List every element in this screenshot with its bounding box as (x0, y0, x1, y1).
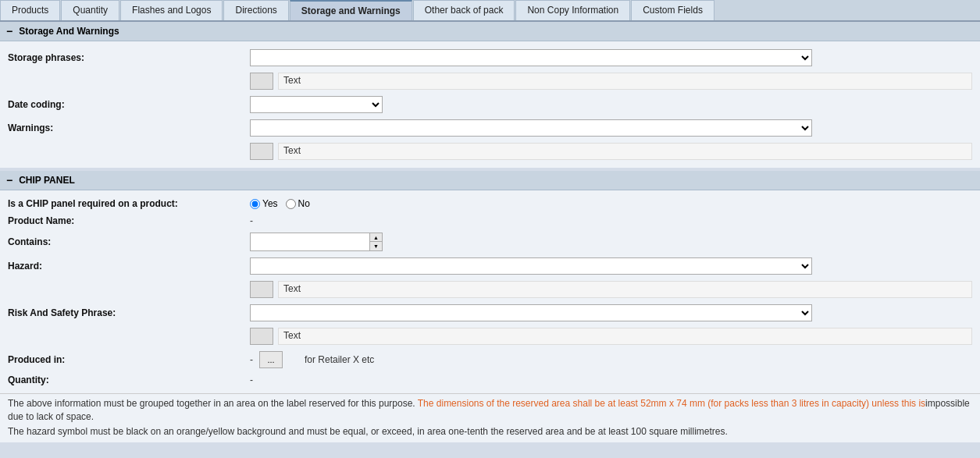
produced-in-wrap: - ... for Retailer X etc (250, 351, 972, 368)
chip-form-inner: Is a CHIP panel required on a product: Y… (0, 190, 980, 393)
product-name-label: Product Name: (8, 215, 250, 226)
risk-text-button[interactable] (250, 328, 273, 345)
hazard-text-display: Text (278, 281, 972, 298)
storage-phrases-label: Storage phrases: (8, 52, 250, 63)
quantity-row: Quantity: - (8, 371, 972, 389)
risk-select[interactable] (250, 304, 812, 321)
hazard-row: Hazard: (8, 254, 972, 278)
warnings-select-wrap (250, 119, 812, 137)
quantity-value: - (250, 375, 253, 385)
tab-non-copy[interactable]: Non Copy Information (515, 0, 630, 20)
hazard-select[interactable] (250, 257, 812, 275)
date-coding-control (250, 96, 972, 113)
footer-line2: The hazard symbol must be black on an or… (8, 425, 972, 438)
tab-flashes-logos[interactable]: Flashes and Logos (120, 0, 223, 20)
storage-phrases-select-wrap (250, 49, 812, 66)
produced-in-dash: - (250, 354, 253, 365)
for-retailer-text: for Retailer X etc (305, 354, 374, 365)
date-coding-label: Date coding: (8, 99, 250, 110)
risk-label: Risk And Safety Phrase: (8, 307, 250, 318)
tab-quantity[interactable]: Quantity (61, 0, 119, 20)
warnings-text-row: Text (250, 140, 972, 163)
warnings-row: Warnings: (8, 116, 972, 140)
produced-in-label: Produced in: (8, 354, 250, 365)
risk-text-row: Text (250, 325, 972, 348)
chip-collapse-btn[interactable]: − (6, 174, 12, 186)
storage-section-header: − Storage And Warnings (0, 22, 980, 41)
product-name-row: Product Name: - (8, 212, 972, 229)
footer-line1-normal1: The above information must be grouped to… (8, 398, 415, 409)
chip-no-radio[interactable] (286, 199, 296, 209)
produced-in-browse-btn[interactable]: ... (259, 351, 283, 368)
chip-no-label: No (298, 198, 310, 209)
warnings-text-button[interactable] (250, 143, 273, 160)
chip-required-label: Is a CHIP panel required on a product: (8, 198, 250, 209)
quantity-control: - (250, 375, 972, 385)
warnings-label: Warnings: (8, 122, 250, 133)
storage-text-row: Text (250, 69, 972, 93)
product-name-value: - (250, 215, 253, 226)
footer-line1: The above information must be grouped to… (8, 397, 972, 424)
tab-directions[interactable]: Directions (223, 0, 288, 20)
date-coding-select[interactable] (250, 96, 383, 113)
contains-arrows: ▲ ▼ (369, 233, 382, 250)
produced-in-control: - ... for Retailer X etc (250, 351, 972, 368)
tab-storage-warnings[interactable]: Storage and Warnings (290, 0, 412, 20)
product-name-control: - (250, 215, 972, 226)
risk-text-display: Text (278, 328, 972, 345)
tabs-bar: Products Quantity Flashes and Logos Dire… (0, 0, 980, 22)
risk-control (250, 304, 972, 321)
contains-input[interactable] (251, 233, 369, 250)
storage-phrases-control (250, 49, 972, 66)
chip-yes-radio-label[interactable]: Yes (250, 198, 278, 209)
contains-spinner: ▲ ▼ (250, 233, 383, 251)
footer-line1-highlight: The dimensions of the reserved area shal… (415, 398, 925, 409)
hazard-text-row: Text (250, 278, 972, 301)
produced-in-row: Produced in: - ... for Retailer X etc (8, 348, 972, 371)
storage-text-display: Text (278, 73, 972, 90)
chip-section-title: CHIP PANEL (19, 175, 75, 186)
footer-text-area: The above information must be grouped to… (0, 393, 980, 442)
storage-collapse-btn[interactable]: − (6, 25, 12, 37)
storage-phrases-row: Storage phrases: (8, 46, 972, 69)
tab-products[interactable]: Products (0, 0, 60, 20)
contains-control: ▲ ▼ (250, 233, 972, 251)
risk-row: Risk And Safety Phrase: (8, 301, 972, 325)
contains-up-arrow[interactable]: ▲ (370, 233, 382, 242)
chip-yes-radio[interactable] (250, 199, 260, 209)
hazard-select-wrap (250, 257, 812, 275)
hazard-control (250, 257, 972, 275)
contains-down-arrow[interactable]: ▼ (370, 242, 382, 250)
hazard-label: Hazard: (8, 261, 250, 272)
warnings-text-display: Text (278, 143, 972, 160)
storage-form-area: Storage phrases: Text Date coding: Warni… (0, 41, 980, 168)
warnings-control (250, 119, 972, 137)
chip-required-control: Yes No (250, 198, 972, 209)
chip-required-row: Is a CHIP panel required on a product: Y… (8, 195, 972, 212)
tab-custom-fields[interactable]: Custom Fields (631, 0, 715, 20)
date-coding-row: Date coding: (8, 93, 972, 116)
storage-text-button[interactable] (250, 73, 273, 90)
chip-section-header: − CHIP PANEL (0, 171, 980, 190)
quantity-label: Quantity: (8, 375, 250, 385)
chip-radio-group: Yes No (250, 198, 972, 209)
chip-no-radio-label[interactable]: No (286, 198, 310, 209)
storage-section-title: Storage And Warnings (19, 26, 119, 37)
tab-other-back[interactable]: Other back of pack (413, 0, 515, 20)
contains-row: Contains: ▲ ▼ (8, 229, 972, 254)
chip-form-area: Is a CHIP panel required on a product: Y… (0, 190, 980, 393)
contains-label: Contains: (8, 236, 250, 247)
warnings-select[interactable] (250, 119, 812, 137)
storage-phrases-select[interactable] (250, 49, 812, 66)
hazard-text-button[interactable] (250, 281, 273, 298)
chip-yes-label: Yes (262, 198, 278, 209)
